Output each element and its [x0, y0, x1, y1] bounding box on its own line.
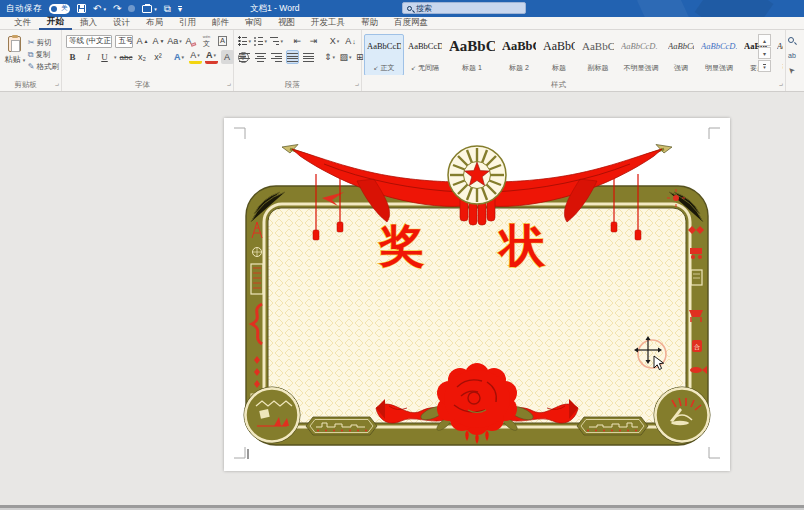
- underline-dropdown-icon[interactable]: ▾: [114, 54, 117, 60]
- phonetic-guide-button[interactable]: wén文: [200, 34, 213, 48]
- print-preview-icon[interactable]: [142, 5, 152, 13]
- paragraph-dialog-launcher[interactable]: ⌐: [355, 82, 359, 89]
- paste-button[interactable]: 粘贴 ▾: [2, 33, 28, 79]
- styles-scroll-up-icon[interactable]: ▴: [758, 34, 771, 46]
- paragraph-group-label: 段落: [234, 80, 351, 90]
- paste-clipboard-icon: [8, 36, 21, 52]
- style-heading1[interactable]: AaBbCcDd标题 1: [446, 34, 498, 75]
- character-shading-button[interactable]: A: [221, 50, 234, 64]
- shrink-font-button[interactable]: A▼: [152, 34, 165, 48]
- numbered-list-icon: [254, 36, 263, 46]
- asian-layout-button[interactable]: X▾: [328, 34, 341, 48]
- strikethrough-button[interactable]: abc: [120, 50, 133, 64]
- find-icon: [788, 37, 794, 43]
- numbering-button[interactable]: ▾: [254, 34, 267, 48]
- line-spacing-button[interactable]: ⇕▾: [323, 50, 336, 64]
- clear-formatting-button[interactable]: A: [184, 34, 197, 48]
- multilevel-list-button[interactable]: ▾: [270, 34, 283, 48]
- autosave-toggle[interactable]: 关: [49, 4, 70, 14]
- sort-button[interactable]: A↓: [344, 34, 357, 48]
- tab-file[interactable]: 文件: [6, 17, 39, 30]
- tab-insert[interactable]: 插入: [72, 17, 105, 30]
- shading-button[interactable]: ▨▾: [339, 50, 352, 64]
- tab-baidu-netdisk[interactable]: 百度网盘: [386, 17, 436, 30]
- bullets-button[interactable]: ▾: [238, 34, 251, 48]
- tab-design[interactable]: 设计: [105, 17, 138, 30]
- undo-dropdown-icon[interactable]: ▾: [103, 6, 106, 12]
- cut-button[interactable]: ✂剪切: [28, 37, 59, 48]
- style-title[interactable]: AaBbCcDd标题: [540, 34, 578, 75]
- multilevel-list-icon: [270, 36, 279, 46]
- copy-qat-icon[interactable]: ⧉: [164, 4, 171, 14]
- style-heading2[interactable]: AaBbCcDd标题 2: [499, 34, 539, 75]
- titlebar-decoration: [695, 0, 774, 17]
- highlight-color-button[interactable]: A▾: [189, 50, 202, 64]
- qat-overflow-icon[interactable]: ▾: [178, 6, 182, 12]
- tab-home[interactable]: 开始: [39, 17, 72, 30]
- styles-gallery-expand-icon[interactable]: ▾: [758, 60, 771, 72]
- certificate-image[interactable]: 合: [224, 118, 730, 471]
- underline-button[interactable]: U: [98, 50, 111, 64]
- clipboard-dialog-launcher[interactable]: ⌐: [55, 82, 59, 89]
- styles-dialog-launcher[interactable]: ⌐: [779, 82, 783, 89]
- tab-developer[interactable]: 开发工具: [303, 17, 353, 30]
- decrease-indent-button[interactable]: ⇤: [291, 34, 304, 48]
- subscript-button[interactable]: x₂: [136, 50, 149, 64]
- styles-scroll-down-icon[interactable]: ▾: [758, 47, 771, 59]
- style-emphasis[interactable]: AaBbCcD.强调: [665, 34, 697, 75]
- grow-font-button[interactable]: A▲: [136, 34, 149, 48]
- align-left-button[interactable]: [238, 50, 251, 64]
- style-subtitle[interactable]: AaBbCcDd副标题: [579, 34, 617, 75]
- style-subtle-emphasis[interactable]: AaBbCcD.不明显强调: [618, 34, 664, 75]
- replace-icon: ab: [788, 52, 796, 59]
- award-title-text: 奖 状: [378, 219, 575, 272]
- font-dialog-launcher[interactable]: ⌐: [227, 82, 231, 89]
- tab-review[interactable]: 审阅: [237, 17, 270, 30]
- document-page[interactable]: 合: [224, 118, 730, 471]
- copy-button[interactable]: ⧉复制: [28, 49, 59, 60]
- tab-help[interactable]: 帮助: [353, 17, 386, 30]
- find-button[interactable]: [788, 34, 802, 46]
- distribute-button[interactable]: [302, 50, 315, 64]
- text-effects-button[interactable]: A▾: [173, 50, 186, 64]
- font-size-combo[interactable]: 五号▾: [115, 35, 133, 48]
- style-quote[interactable]: AaBbCcD.引用: [774, 34, 783, 75]
- character-border-button[interactable]: A: [216, 34, 229, 48]
- save-icon[interactable]: [77, 4, 86, 13]
- tab-layout[interactable]: 布局: [138, 17, 171, 30]
- copy-icon: ⧉: [28, 50, 34, 60]
- tab-view[interactable]: 视图: [270, 17, 303, 30]
- align-center-button[interactable]: [254, 50, 267, 64]
- font-color-button[interactable]: A▾: [205, 50, 218, 64]
- select-icon: ➤: [786, 64, 797, 75]
- format-painter-icon: ✎: [28, 62, 35, 71]
- replace-button[interactable]: ab: [788, 49, 802, 61]
- tab-references[interactable]: 引用: [171, 17, 204, 30]
- corner-medallion-left: [244, 387, 300, 443]
- bold-button[interactable]: B: [66, 50, 79, 64]
- italic-button[interactable]: I: [82, 50, 95, 64]
- superscript-button[interactable]: x²: [152, 50, 165, 64]
- style-no-spacing[interactable]: AaBbCcD↙ 无间隔: [405, 34, 445, 75]
- align-right-button[interactable]: [270, 50, 283, 64]
- search-box[interactable]: 搜索: [402, 2, 526, 14]
- select-button[interactable]: ➤: [788, 64, 802, 76]
- justify-icon: [287, 52, 298, 62]
- titlebar-decoration: [637, 0, 691, 17]
- increase-indent-button[interactable]: ⇥: [307, 34, 320, 48]
- undo-icon[interactable]: ↶: [93, 4, 101, 14]
- crop-mark-bottom-right: [709, 447, 720, 458]
- ribbon-tab-row: 文件 开始 插入 设计 布局 引用 邮件 审阅 视图 开发工具 帮助 百度网盘: [0, 17, 804, 30]
- change-case-button[interactable]: Aa▾: [168, 34, 181, 48]
- star-medallion: [448, 146, 506, 204]
- justify-button[interactable]: [286, 50, 299, 64]
- font-name-combo[interactable]: 等线 (中文正文)▾: [66, 35, 112, 48]
- style-intense-emphasis[interactable]: AaBbCcD.明显强调: [698, 34, 740, 75]
- print-dropdown-icon[interactable]: ▾: [154, 6, 157, 12]
- redo-icon[interactable]: ↷: [113, 4, 121, 14]
- style-normal[interactable]: AaBbCcD↙ 正文: [364, 34, 404, 75]
- align-center-icon: [255, 52, 266, 62]
- format-painter-button[interactable]: ✎格式刷: [28, 61, 59, 72]
- tab-mailings[interactable]: 邮件: [204, 17, 237, 30]
- bullet-list-icon: [238, 36, 247, 46]
